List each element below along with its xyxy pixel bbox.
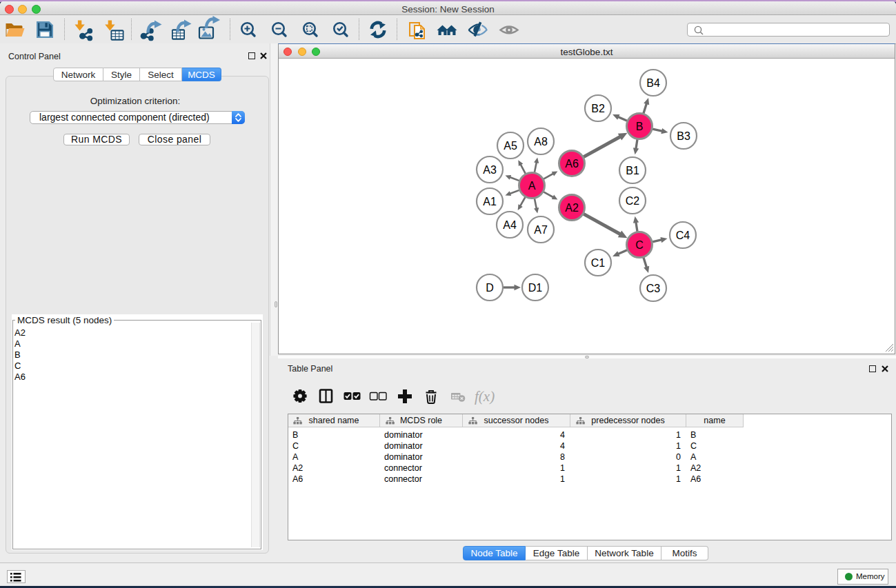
svg-text:A4: A4 — [503, 219, 517, 231]
svg-text:A7: A7 — [534, 224, 548, 236]
svg-text:C1: C1 — [591, 257, 606, 269]
svg-text:C4: C4 — [676, 230, 690, 241]
svg-text:B3: B3 — [677, 130, 690, 142]
svg-text:f(x): f(x) — [475, 388, 495, 405]
svg-text:A3: A3 — [483, 164, 497, 176]
svg-text:D: D — [486, 282, 494, 294]
svg-text:C3: C3 — [646, 283, 661, 294]
svg-text:B2: B2 — [591, 103, 605, 114]
svg-text:A6: A6 — [565, 158, 579, 170]
svg-text:A5: A5 — [504, 140, 517, 152]
svg-text:D1: D1 — [528, 282, 543, 294]
svg-text:C2: C2 — [626, 195, 640, 207]
svg-text:A: A — [528, 180, 536, 192]
svg-text:B1: B1 — [626, 165, 639, 176]
svg-text:A2: A2 — [565, 202, 579, 214]
svg-text:C: C — [635, 239, 644, 251]
svg-text:B4: B4 — [646, 77, 660, 89]
svg-text:A8: A8 — [534, 136, 548, 148]
svg-text:A1: A1 — [483, 196, 497, 207]
svg-text:B: B — [636, 121, 644, 132]
